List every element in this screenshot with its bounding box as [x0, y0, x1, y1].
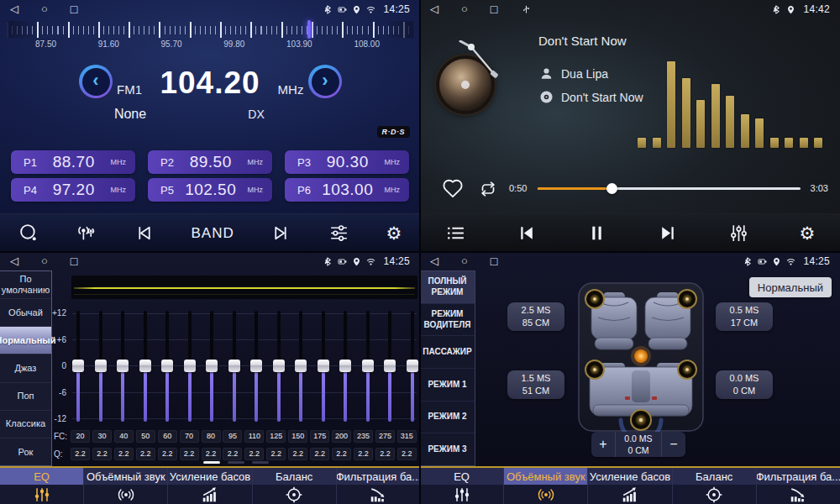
- listening-mode-item[interactable]: ПАССАЖИР: [420, 336, 475, 369]
- eq-band-slider[interactable]: [250, 304, 262, 430]
- slider-thumb[interactable]: [407, 360, 418, 372]
- scan-icon[interactable]: [18, 223, 39, 244]
- eq-band-slider[interactable]: [273, 304, 285, 430]
- preset-button[interactable]: P2 89.50 MHz: [148, 150, 272, 174]
- next-track-icon[interactable]: [658, 223, 679, 244]
- bass-boost-icon: [168, 485, 251, 504]
- preset-button[interactable]: P6 103.00 MHz: [285, 178, 409, 202]
- tab-balance[interactable]: Баланс: [673, 468, 757, 504]
- sound-profile-button[interactable]: Нормальный: [749, 277, 832, 297]
- repeat-icon[interactable]: [477, 179, 499, 199]
- preset-button[interactable]: P4 97.20 MHz: [11, 178, 135, 202]
- eq-band-slider[interactable]: [407, 304, 418, 430]
- listening-mode-item[interactable]: ПОЛНЫЙ РЕЖИМ: [420, 271, 475, 304]
- eq-band-slider[interactable]: [295, 304, 307, 430]
- eq-band-slider[interactable]: [95, 304, 107, 430]
- previous-icon[interactable]: [134, 223, 155, 244]
- eq-band-slider[interactable]: [362, 304, 374, 430]
- slider-thumb[interactable]: [384, 360, 396, 372]
- slider-thumb[interactable]: [228, 360, 240, 372]
- eq-preset-item[interactable]: Поп: [0, 383, 51, 411]
- nav-home-icon[interactable]: ○: [461, 0, 468, 18]
- previous-track-icon[interactable]: [516, 223, 537, 244]
- eq-band-slider[interactable]: [339, 304, 351, 430]
- nav-back-icon[interactable]: ◁: [10, 0, 18, 18]
- eq-band-slider[interactable]: [228, 304, 240, 430]
- eq-band-slider[interactable]: [184, 304, 196, 430]
- slider-thumb[interactable]: [250, 360, 262, 372]
- tab-bass-boost[interactable]: Усиление басов: [168, 468, 252, 504]
- eq-band-slider[interactable]: [318, 304, 329, 430]
- nav-recents-icon[interactable]: □: [491, 0, 497, 18]
- listening-mode-item[interactable]: РЕЖИМ 2: [420, 402, 475, 434]
- slider-thumb[interactable]: [362, 360, 374, 372]
- nav-back-icon[interactable]: ◁: [430, 0, 438, 18]
- nav-home-icon[interactable]: ○: [461, 252, 468, 270]
- eq-preset-item[interactable]: По умолчанию: [0, 271, 51, 299]
- eq-preset-item[interactable]: Рок: [0, 438, 51, 465]
- tab-surround[interactable]: Объёмный звук: [504, 468, 588, 504]
- nav-back-icon[interactable]: ◁: [430, 252, 438, 270]
- favorite-heart-icon[interactable]: [442, 178, 464, 200]
- playlist-icon[interactable]: [445, 223, 466, 244]
- slider-thumb[interactable]: [95, 360, 107, 372]
- slider-thumb[interactable]: [295, 360, 307, 372]
- rear-left-delay-button[interactable]: 1.5 MS 51 CM: [507, 370, 564, 399]
- slider-thumb[interactable]: [161, 360, 173, 372]
- eq-preset-item[interactable]: Обычай: [0, 299, 51, 327]
- nav-recents-icon[interactable]: □: [71, 252, 77, 270]
- progress-track[interactable]: [538, 187, 801, 190]
- pause-icon[interactable]: [586, 223, 607, 244]
- nav-recents-icon[interactable]: □: [71, 0, 77, 18]
- eq-band-slider[interactable]: [206, 304, 218, 430]
- preset-button[interactable]: P1 88.70 MHz: [11, 150, 135, 174]
- listening-mode-item[interactable]: РЕЖИМ 1: [420, 369, 475, 402]
- rear-right-delay-button[interactable]: 0.0 MS 0 CM: [716, 370, 773, 399]
- tab-eq[interactable]: EQ: [0, 468, 84, 504]
- next-icon[interactable]: [270, 223, 291, 244]
- listening-mode-item[interactable]: РЕЖИМ ВОДИТЕЛЯ: [420, 304, 475, 337]
- increase-delay-button[interactable]: +: [591, 432, 615, 457]
- seek-up-button[interactable]: ›: [308, 65, 342, 98]
- slider-thumb[interactable]: [318, 360, 329, 372]
- tuner-scale[interactable]: [7, 21, 413, 38]
- tab-eq[interactable]: EQ: [420, 468, 504, 504]
- tab-balance[interactable]: Баланс: [253, 468, 337, 504]
- tab-filter[interactable]: Фильтрация ба...: [337, 468, 420, 504]
- eq-band-slider[interactable]: [161, 304, 173, 430]
- broadcast-icon[interactable]: [76, 223, 97, 244]
- eq-band-slider[interactable]: [117, 304, 129, 430]
- eq-preset-item[interactable]: Классика: [0, 411, 51, 438]
- slider-thumb[interactable]: [206, 360, 218, 372]
- tab-filter[interactable]: Фильтрация ба...: [757, 468, 840, 504]
- nav-home-icon[interactable]: ○: [41, 252, 48, 270]
- preset-button[interactable]: P3 90.30 MHz: [285, 150, 409, 174]
- eq-preset-item[interactable]: Джаз: [0, 354, 51, 382]
- front-left-delay-button[interactable]: 2.5 MS 85 CM: [507, 302, 564, 331]
- listening-mode-item[interactable]: РЕЖИМ 3: [420, 433, 475, 465]
- settings-gear-icon[interactable]: ⚙: [799, 223, 815, 244]
- eq-band-slider[interactable]: [139, 304, 151, 430]
- preset-button[interactable]: P5 102.50 MHz: [148, 178, 272, 202]
- slider-thumb[interactable]: [184, 360, 196, 372]
- eq-preset-item[interactable]: Нормальный: [0, 327, 51, 354]
- eq-band-slider[interactable]: [72, 304, 84, 430]
- mixer-icon[interactable]: [328, 223, 349, 244]
- nav-home-icon[interactable]: ○: [41, 0, 48, 18]
- front-right-delay-button[interactable]: 0.5 MS 17 CM: [716, 302, 773, 331]
- slider-thumb[interactable]: [273, 360, 285, 372]
- progress-thumb[interactable]: [606, 183, 617, 194]
- slider-thumb[interactable]: [117, 360, 129, 372]
- eq-band-slider[interactable]: [384, 304, 396, 430]
- nav-back-icon[interactable]: ◁: [10, 252, 18, 270]
- band-button[interactable]: BAND: [191, 225, 234, 242]
- nav-recents-icon[interactable]: □: [491, 252, 497, 270]
- decrease-delay-button[interactable]: −: [662, 432, 685, 457]
- slider-thumb[interactable]: [139, 360, 151, 372]
- tab-bass-boost[interactable]: Усиление басов: [588, 468, 672, 504]
- slider-thumb[interactable]: [72, 360, 84, 372]
- equalizer-icon[interactable]: [728, 223, 749, 244]
- settings-gear-icon[interactable]: ⚙: [386, 223, 402, 244]
- tab-surround[interactable]: Объёмный звук: [84, 468, 168, 504]
- slider-thumb[interactable]: [339, 360, 351, 372]
